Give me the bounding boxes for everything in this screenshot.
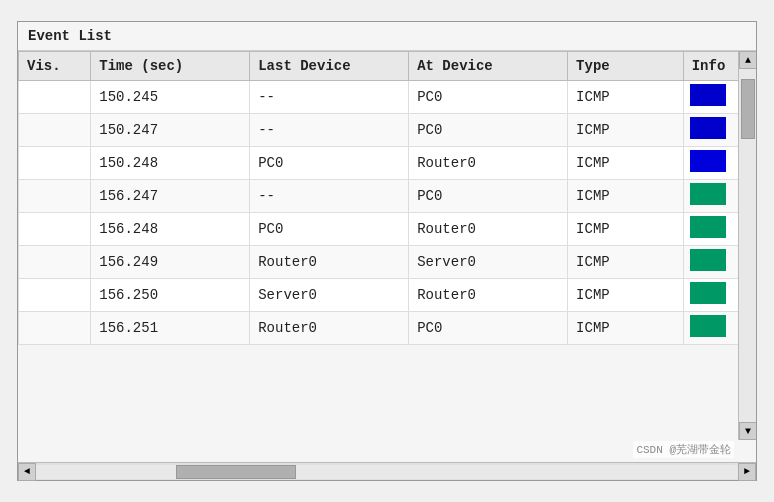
event-list-window: Event List Vis.Time (sec)Last DeviceAt D…: [17, 21, 757, 481]
scroll-left-button[interactable]: ◄: [18, 463, 36, 481]
table-row[interactable]: 156.250Server0Router0ICMP: [19, 279, 756, 312]
cell-vis: [19, 213, 91, 246]
cell-at-device: Router0: [409, 279, 568, 312]
cell-last-device: Server0: [250, 279, 409, 312]
info-color-swatch: [690, 282, 726, 304]
table-row[interactable]: 156.247--PC0ICMP: [19, 180, 756, 213]
scroll-right-button[interactable]: ►: [738, 463, 756, 481]
scrollbar-thumb[interactable]: [741, 79, 755, 139]
cell-type: ICMP: [568, 312, 684, 345]
cell-time: 150.245: [91, 81, 250, 114]
table-header-row: Vis.Time (sec)Last DeviceAt DeviceTypeIn…: [19, 52, 756, 81]
cell-time: 156.251: [91, 312, 250, 345]
cell-at-device: PC0: [409, 81, 568, 114]
column-header-at_device: At Device: [409, 52, 568, 81]
cell-at-device: PC0: [409, 180, 568, 213]
main-body: Vis.Time (sec)Last DeviceAt DeviceTypeIn…: [18, 51, 756, 462]
info-color-swatch: [690, 150, 726, 172]
cell-at-device: Router0: [409, 213, 568, 246]
cell-last-device: Router0: [250, 312, 409, 345]
table-row[interactable]: 150.248PC0Router0ICMP: [19, 147, 756, 180]
column-header-last_device: Last Device: [250, 52, 409, 81]
info-color-swatch: [690, 84, 726, 106]
cell-type: ICMP: [568, 213, 684, 246]
cell-vis: [19, 279, 91, 312]
cell-vis: [19, 312, 91, 345]
cell-time: 156.247: [91, 180, 250, 213]
table-scroll-area: Vis.Time (sec)Last DeviceAt DeviceTypeIn…: [18, 51, 756, 462]
column-header-time: Time (sec): [91, 52, 250, 81]
cell-last-device: --: [250, 180, 409, 213]
cell-vis: [19, 147, 91, 180]
scroll-down-button[interactable]: ▼: [739, 422, 756, 440]
cell-last-device: PC0: [250, 147, 409, 180]
info-color-swatch: [690, 117, 726, 139]
cell-last-device: --: [250, 81, 409, 114]
cell-at-device: PC0: [409, 312, 568, 345]
info-color-swatch: [690, 249, 726, 271]
column-header-vis: Vis.: [19, 52, 91, 81]
event-table: Vis.Time (sec)Last DeviceAt DeviceTypeIn…: [18, 51, 756, 345]
cell-time: 156.248: [91, 213, 250, 246]
table-row[interactable]: 156.249Router0Server0ICMP: [19, 246, 756, 279]
cell-time: 156.250: [91, 279, 250, 312]
cell-type: ICMP: [568, 114, 684, 147]
cell-vis: [19, 81, 91, 114]
cell-at-device: Router0: [409, 147, 568, 180]
cell-type: ICMP: [568, 279, 684, 312]
cell-time: 156.249: [91, 246, 250, 279]
info-color-swatch: [690, 183, 726, 205]
column-header-type: Type: [568, 52, 684, 81]
info-color-swatch: [690, 315, 726, 337]
scroll-up-button[interactable]: ▲: [739, 51, 756, 69]
cell-last-device: PC0: [250, 213, 409, 246]
cell-time: 150.248: [91, 147, 250, 180]
table-row[interactable]: 156.251Router0PC0ICMP: [19, 312, 756, 345]
cell-vis: [19, 246, 91, 279]
h-scrollbar-track[interactable]: [36, 465, 738, 479]
cell-time: 150.247: [91, 114, 250, 147]
table-row[interactable]: 156.248PC0Router0ICMP: [19, 213, 756, 246]
cell-vis: [19, 114, 91, 147]
cell-type: ICMP: [568, 81, 684, 114]
window-title: Event List: [18, 22, 756, 51]
h-scrollbar-thumb[interactable]: [176, 465, 296, 479]
info-color-swatch: [690, 216, 726, 238]
cell-at-device: Server0: [409, 246, 568, 279]
horizontal-scrollbar[interactable]: ◄ ► CSDN @芜湖带金轮: [18, 462, 756, 480]
table-row[interactable]: 150.247--PC0ICMP: [19, 114, 756, 147]
cell-type: ICMP: [568, 246, 684, 279]
vertical-scrollbar[interactable]: ▲ ▼: [738, 51, 756, 440]
watermark: CSDN @芜湖带金轮: [633, 441, 734, 458]
cell-type: ICMP: [568, 180, 684, 213]
table-row[interactable]: 150.245--PC0ICMP: [19, 81, 756, 114]
cell-last-device: Router0: [250, 246, 409, 279]
cell-type: ICMP: [568, 147, 684, 180]
scrollbar-track[interactable]: [739, 69, 756, 422]
cell-at-device: PC0: [409, 114, 568, 147]
cell-vis: [19, 180, 91, 213]
cell-last-device: --: [250, 114, 409, 147]
